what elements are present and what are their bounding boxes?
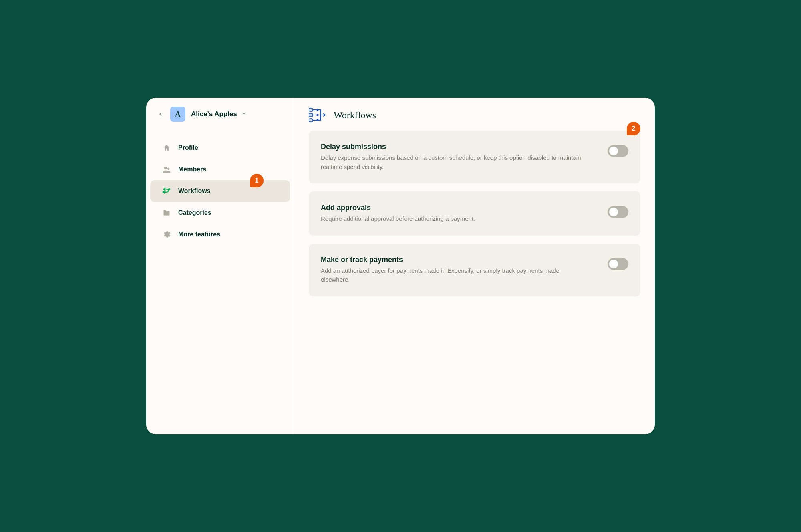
card-text: Make or track payments Add an authorized… [321,256,608,284]
chevron-down-icon [241,111,247,118]
card-desc: Require additional approval before autho… [321,214,584,224]
card-title: Add approvals [321,204,584,212]
card-desc: Delay expense submissions based on a cus… [321,153,584,171]
workflows-icon [162,187,171,195]
sidebar-item-categories[interactable]: Categories [150,202,290,224]
toggle-delay-submissions[interactable] [608,145,628,157]
sidebar-item-profile[interactable]: Profile [150,137,290,159]
card-delay-submissions: Delay submissions Delay expense submissi… [309,131,640,183]
card-desc: Add an authorized payer for payments mad… [321,266,584,284]
app-window: A Alice's Apples Profile Members [146,98,655,434]
page-header: Workflows [309,106,640,131]
svg-point-13 [317,119,319,121]
toggle-make-track-payments[interactable] [608,258,628,270]
back-button[interactable] [157,110,165,118]
card-text: Delay submissions Delay expense submissi… [321,143,608,171]
sidebar-item-label: Members [178,166,206,173]
workspace-header: A Alice's Apples [146,107,294,129]
members-icon [162,165,171,174]
svg-point-0 [164,167,167,169]
workspace-switcher[interactable]: Alice's Apples [191,110,247,118]
folder-icon [162,208,171,217]
sidebar-item-label: Profile [178,144,198,151]
card-title: Delay submissions [321,143,584,151]
svg-point-12 [317,114,319,116]
svg-rect-9 [309,113,313,117]
svg-rect-10 [309,119,313,122]
sidebar-nav: Profile Members Workflows 1 Categori [146,137,294,245]
workflows-hero-icon [309,107,326,123]
sidebar-item-label: Categories [178,209,211,216]
svg-point-11 [317,109,319,111]
toggle-add-approvals[interactable] [608,206,628,218]
card-text: Add approvals Require additional approva… [321,204,608,224]
svg-rect-8 [309,108,313,111]
sidebar: A Alice's Apples Profile Members [146,98,294,434]
sidebar-item-more-features[interactable]: More features [150,224,290,245]
svg-point-2 [169,189,170,190]
card-title: Make or track payments [321,256,584,264]
page-title: Workflows [334,110,376,121]
sidebar-item-members[interactable]: Members [150,159,290,180]
workspace-avatar: A [170,107,185,122]
home-icon [162,143,171,152]
sidebar-item-label: Workflows [178,187,211,195]
gear-icon [162,230,171,239]
callout-badge-2: 2 [627,122,640,135]
sidebar-item-label: More features [178,231,220,238]
card-make-track-payments: Make or track payments Add an authorized… [309,244,640,296]
callout-badge-1: 1 [250,174,264,187]
workspace-name: Alice's Apples [191,110,237,118]
svg-point-3 [163,191,164,193]
main-content: Workflows Delay submissions Delay expens… [294,98,655,434]
chevron-left-icon [158,111,163,117]
svg-point-1 [167,167,170,170]
card-add-approvals: Add approvals Require additional approva… [309,191,640,236]
sidebar-item-workflows[interactable]: Workflows 1 [150,180,290,202]
